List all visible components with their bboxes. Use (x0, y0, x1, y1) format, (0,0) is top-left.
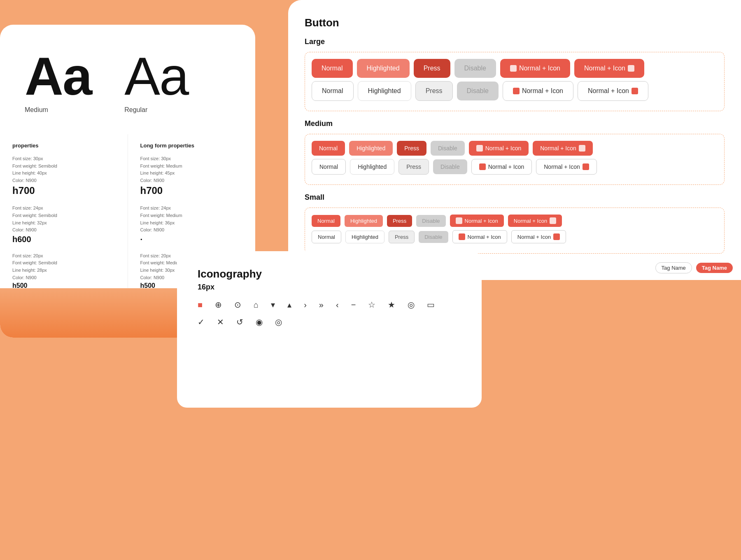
small-icon-filled-btn[interactable]: Normal + Icon (450, 215, 504, 227)
type-aa-medium: Aa (25, 49, 91, 103)
location-icon[interactable]: ◎ (408, 300, 415, 310)
tag-strip: Tag Name Tag Name (647, 255, 741, 280)
iconography-title: Iconography (198, 268, 461, 280)
small-icon-white (456, 217, 462, 224)
large-section-label: Large (305, 37, 725, 46)
star-outline-icon[interactable]: ☆ (368, 300, 375, 310)
small-press-outline-btn[interactable]: Press (389, 231, 415, 243)
medium-icon-white (476, 145, 483, 152)
prop-meta-h600: Font size: 24pxFont weight: SemiboldLine… (12, 205, 115, 233)
chevron-up-icon[interactable]: ▴ (287, 300, 291, 310)
large-highlighted-outline-btn[interactable]: Highlighted (358, 81, 411, 101)
small-highlighted-btn[interactable]: Highlighted (345, 215, 383, 227)
large-icon-outline-right-btn[interactable]: Normal + Icon (578, 81, 648, 101)
small-icon-orange-r (553, 233, 560, 240)
small-disable-btn[interactable]: Disable (416, 215, 445, 227)
medium-outline-row: Normal Highlighted Press Disable Normal … (312, 159, 718, 175)
large-icon-filled-btn[interactable]: Normal + Icon (500, 59, 570, 78)
large-dashed-box: Normal Highlighted Press Disable Normal … (305, 52, 725, 111)
medium-highlighted-btn[interactable]: Highlighted (349, 141, 393, 156)
prop-long-value-h700: h700 (140, 185, 243, 196)
medium-icon-outline-right-btn[interactable]: Normal + Icon (536, 159, 597, 175)
home-icon[interactable]: ⌂ (254, 300, 259, 310)
undo-icon[interactable]: ↺ (236, 317, 243, 327)
minus-icon[interactable]: − (351, 300, 356, 310)
small-section-label: Small (305, 193, 725, 202)
large-icon-filled-right-btn[interactable]: Normal + Icon (574, 59, 644, 78)
prop-long-meta-h700: Font size: 30pxFont weight: MediumLine h… (140, 155, 243, 184)
small-icon-outline-btn[interactable]: Normal + Icon (452, 230, 507, 243)
small-outline-row: Normal Highlighted Press Disable Normal … (312, 230, 718, 243)
large-normal-btn[interactable]: Normal (312, 59, 353, 78)
small-disable-outline-btn[interactable]: Disable (419, 231, 448, 243)
medium-highlighted-outline-btn[interactable]: Highlighted (350, 159, 394, 175)
tag-name-outline[interactable]: Tag Name (655, 262, 692, 273)
icon-swatch-orange (513, 88, 520, 94)
medium-icon-white-r (579, 145, 585, 152)
large-normal-outline-btn[interactable]: Normal (312, 81, 354, 101)
icon-swatch-white-r (628, 65, 634, 72)
medium-press-btn[interactable]: Press (397, 141, 426, 156)
prop-long-h600: Font size: 24pxFont weight: MediumLine h… (140, 205, 243, 244)
medium-press-outline-btn[interactable]: Press (398, 159, 429, 175)
large-filled-row: Normal Highlighted Press Disable Normal … (312, 59, 718, 78)
button-card: Button Large Normal Highlighted Press Di… (288, 0, 741, 280)
large-icon-outline-btn[interactable]: Normal + Icon (503, 81, 573, 101)
props-long-title: Long form properties (140, 142, 243, 149)
prop-long-value-h600: · (140, 235, 243, 244)
medium-icon-outline-btn[interactable]: Normal + Icon (471, 159, 532, 175)
prop-long-meta-h600: Font size: 24pxFont weight: MediumLine h… (140, 205, 243, 233)
large-disable-outline-btn[interactable]: Disable (457, 82, 499, 100)
double-chevron-right-icon[interactable]: » (319, 300, 324, 310)
prop-meta-h500: Font size: 20pxFont weight: SemiboldLine… (12, 252, 115, 281)
type-aa-regular: Aa (124, 49, 188, 103)
check-icon[interactable]: ✓ (198, 317, 205, 327)
prop-value-h600: h600 (12, 235, 115, 244)
medium-normal-btn[interactable]: Normal (312, 141, 345, 156)
star-filled-icon[interactable]: ★ (388, 300, 395, 310)
medium-disable-btn[interactable]: Disable (431, 141, 465, 156)
close-icon[interactable]: ✕ (217, 317, 224, 327)
small-icon-outline-right-btn[interactable]: Normal + Icon (511, 230, 566, 243)
medium-icon-filled-btn[interactable]: Normal + Icon (469, 141, 529, 156)
radio-icon[interactable]: ◉ (256, 317, 263, 327)
small-dashed-box: Normal Highlighted Press Disable Normal … (305, 208, 725, 254)
medium-section-label: Medium (305, 119, 725, 128)
small-icon-white-r (550, 217, 556, 224)
icon-row-2: ✓ ✕ ↺ ◉ ◎ (198, 317, 461, 327)
typography-regular: Aa Regular (124, 49, 188, 114)
large-outline-row: Normal Highlighted Press Disable Normal … (312, 81, 718, 101)
large-press-outline-btn[interactable]: Press (415, 81, 453, 101)
calendar-icon[interactable]: ▭ (427, 300, 435, 310)
medium-normal-outline-btn[interactable]: Normal (312, 159, 346, 175)
medium-filled-row: Normal Highlighted Press Disable Normal … (312, 141, 718, 156)
large-disable-btn[interactable]: Disable (454, 59, 496, 78)
large-press-btn[interactable]: Press (414, 59, 450, 78)
chevron-left-icon[interactable]: ‹ (336, 300, 339, 310)
medium-disable-outline-btn[interactable]: Disable (433, 159, 467, 174)
prop-meta-h700: Font size: 30pxFont weight: SemiboldLine… (12, 155, 115, 184)
large-highlighted-btn[interactable]: Highlighted (357, 59, 410, 78)
small-icon-filled-right-btn[interactable]: Normal + Icon (508, 215, 562, 227)
plus-circle-icon[interactable]: ⊕ (215, 300, 222, 310)
tag-name-filled[interactable]: Tag Name (696, 263, 733, 273)
square-icon[interactable]: ■ (198, 300, 203, 310)
small-highlighted-outline-btn[interactable]: Highlighted (345, 231, 384, 243)
button-section-large: Large Normal Highlighted Press Disable N… (305, 37, 725, 111)
medium-icon-orange-r (583, 163, 589, 170)
chevron-right-icon[interactable]: › (304, 300, 307, 310)
small-normal-btn[interactable]: Normal (312, 215, 340, 227)
small-press-btn[interactable]: Press (387, 215, 412, 227)
iconography-card: Iconography 16px ■ ⊕ ⊙ ⌂ ▾ ▴ › » ‹ − ☆ ★… (177, 251, 482, 408)
small-normal-outline-btn[interactable]: Normal (312, 231, 341, 243)
small-icon-orange (459, 233, 465, 240)
search-icon[interactable]: ⊙ (234, 300, 241, 310)
prop-item-h700: Font size: 30pxFont weight: SemiboldLine… (12, 155, 115, 196)
typography-medium: Aa Medium (25, 49, 91, 114)
icon-row-1: ■ ⊕ ⊙ ⌂ ▾ ▴ › » ‹ − ☆ ★ ◎ ▭ (198, 300, 461, 310)
eye-icon[interactable]: ◎ (275, 317, 282, 327)
medium-icon-filled-right-btn[interactable]: Normal + Icon (533, 141, 593, 156)
icon-size-label: 16px (198, 283, 461, 292)
type-label-medium: Medium (25, 106, 48, 114)
chevron-down-icon[interactable]: ▾ (271, 300, 275, 310)
